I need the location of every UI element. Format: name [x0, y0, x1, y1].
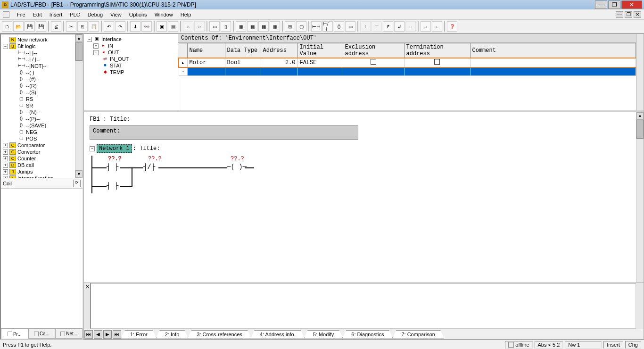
doc-restore-button[interactable]: ❐: [625, 11, 632, 18]
doc-minimize-button[interactable]: —: [616, 11, 623, 18]
if-inout[interactable]: ⇄IN_OUT: [86, 56, 176, 62]
open-icon[interactable]: 📂: [13, 21, 24, 32]
goto2-icon[interactable]: ←: [432, 21, 442, 32]
network-label[interactable]: Network 1: [97, 144, 132, 153]
new-icon[interactable]: 🗋: [2, 21, 12, 32]
conn-icon[interactable]: ↔: [405, 21, 416, 32]
tree-item[interactable]: ()--(S): [2, 89, 82, 96]
monitor-icon[interactable]: 👓: [141, 21, 152, 32]
save-icon[interactable]: 💾: [25, 21, 35, 32]
if-in[interactable]: +▸IN: [86, 42, 176, 49]
catalog-tree[interactable]: NNew network −BBit logic ⊢⊣--| |-- ⊢⊣--|…: [1, 34, 83, 178]
tab-first-icon[interactable]: ⏮: [84, 330, 93, 339]
menu-debug[interactable]: Debug: [84, 11, 107, 18]
tree-item[interactable]: ()--(SAVE): [2, 122, 82, 129]
menu-options[interactable]: Options: [125, 11, 151, 18]
menu-plc[interactable]: PLC: [66, 11, 83, 18]
tree-item[interactable]: ⊢⊣--| / |--: [2, 56, 82, 63]
collapse-icon[interactable]: −: [90, 146, 95, 151]
tree-item[interactable]: ▢NEG: [2, 129, 82, 135]
navfwd-icon[interactable]: ››: [194, 21, 205, 32]
tab-call[interactable]: Ca...: [28, 329, 56, 339]
tree-item[interactable]: ()--( ): [2, 69, 82, 76]
if-out[interactable]: +◂OUT: [86, 49, 176, 56]
tab-error[interactable]: 1: Error: [121, 330, 157, 339]
tree-item[interactable]: ▢SR: [2, 102, 82, 109]
tab-diag[interactable]: 6: Diagnostics: [342, 330, 393, 339]
table-new-row[interactable]: ▫: [179, 67, 636, 76]
menu-window[interactable]: Window: [151, 11, 177, 18]
interface-tree[interactable]: −▣Interface +▸IN +◂OUT ⇄IN_OUT ■STAT ◆TE…: [84, 34, 178, 110]
tab-crossref[interactable]: 3: Cross-references: [188, 330, 251, 339]
close-button[interactable]: ✕: [621, 0, 642, 9]
help-icon[interactable]: ❓: [447, 21, 457, 32]
tile4-icon[interactable]: ▦: [270, 21, 280, 32]
tile1-icon[interactable]: ▦: [236, 21, 246, 32]
tree-item[interactable]: ⊢⊣--|NOT|--: [2, 63, 82, 69]
doc-close-button[interactable]: ✕: [634, 11, 641, 18]
undo-icon[interactable]: ↶: [104, 21, 114, 32]
menu-insert[interactable]: Insert: [46, 11, 66, 18]
comment-box[interactable]: Comment:: [90, 125, 358, 140]
tree-item[interactable]: ()--(#)--: [2, 76, 82, 83]
menu-file[interactable]: File: [13, 11, 29, 18]
interface-scrollbar[interactable]: [636, 34, 644, 110]
contactn-icon[interactable]: ⊢/⊣: [322, 21, 333, 32]
tab-program[interactable]: Pr...: [1, 329, 28, 339]
checkbox[interactable]: [371, 59, 376, 65]
branch1-icon[interactable]: ⊥: [360, 21, 371, 32]
tab-info[interactable]: 2: Info: [156, 330, 189, 339]
tile3-icon[interactable]: ▦: [258, 21, 269, 32]
if-root[interactable]: −▣Interface: [86, 36, 176, 42]
menu-edit[interactable]: Edit: [29, 11, 46, 18]
tree-counter[interactable]: +CCounter: [2, 155, 82, 162]
goto1-icon[interactable]: →: [421, 21, 431, 32]
interface-table[interactable]: Name Data Type Address Initial Value Exc…: [178, 43, 636, 76]
tree-item[interactable]: ()--(R): [2, 83, 82, 89]
address-placeholder[interactable]: ??.?: [231, 156, 244, 162]
tree-item[interactable]: ()--(N)--: [2, 109, 82, 116]
refresh-icon[interactable]: ⟳: [73, 180, 81, 187]
saveall-icon[interactable]: 💾: [36, 21, 46, 32]
scroll-thumb[interactable]: [636, 120, 644, 139]
if-temp[interactable]: ◆TEMP: [86, 69, 176, 75]
contact-icon[interactable]: ⊢⊣: [311, 21, 322, 32]
address-placeholder[interactable]: ??.?: [148, 156, 162, 162]
table-row[interactable]: ▸ Motor Bool 2.0 FALSE: [179, 58, 636, 67]
branch2-icon[interactable]: ⊤: [372, 21, 382, 32]
menu-view[interactable]: View: [107, 11, 125, 18]
view1-icon[interactable]: ▭: [209, 21, 220, 32]
tree-comparator[interactable]: +CComparator: [2, 142, 82, 149]
tree-bit-logic[interactable]: −BBit logic: [2, 43, 82, 50]
editor-scrollbar[interactable]: ▲: [636, 112, 644, 283]
scroll-up-icon[interactable]: ▲: [75, 34, 83, 42]
block-icon[interactable]: ▣: [157, 21, 167, 32]
checkbox[interactable]: [434, 59, 440, 65]
closebranch-icon[interactable]: ↲: [394, 21, 405, 32]
print-icon[interactable]: 🖨: [51, 21, 61, 32]
scroll-thumb[interactable]: [75, 42, 83, 61]
scroll-down-icon[interactable]: ▼: [75, 170, 83, 178]
paste-icon[interactable]: 📋: [89, 21, 99, 32]
view2-icon[interactable]: ▯: [221, 21, 231, 32]
menu-help[interactable]: Help: [177, 11, 195, 18]
block2-icon[interactable]: ▢: [296, 21, 306, 32]
tree-intfn[interactable]: +IInteger function: [2, 175, 82, 178]
redo-icon[interactable]: ↷: [115, 21, 125, 32]
box-icon[interactable]: ▭: [345, 21, 355, 32]
minimize-button[interactable]: —: [595, 0, 607, 9]
tree-dbcall[interactable]: +DDB call: [2, 162, 82, 168]
tab-networks[interactable]: Net...: [55, 329, 83, 339]
tab-prev-icon[interactable]: ◀: [94, 330, 102, 339]
cut-icon[interactable]: ✂: [66, 21, 76, 32]
ladder-diagram[interactable]: ??.? ┤ ├ ??.? ┤/├ ??.? ─( )─ ??.? ┤ ├: [91, 156, 638, 203]
tab-modify[interactable]: 5: Modify: [304, 330, 343, 339]
output-scrollbar[interactable]: [636, 283, 644, 329]
coil-icon[interactable]: (): [334, 21, 344, 32]
tree-item[interactable]: ()--(P)--: [2, 116, 82, 122]
address-placeholder[interactable]: ??.?: [108, 156, 122, 162]
tree-converter[interactable]: +CConverter: [2, 149, 82, 155]
tree-new-network[interactable]: NNew network: [2, 36, 82, 43]
tree-item[interactable]: ▢POS: [2, 135, 82, 142]
maximize-button[interactable]: ❐: [608, 0, 620, 9]
